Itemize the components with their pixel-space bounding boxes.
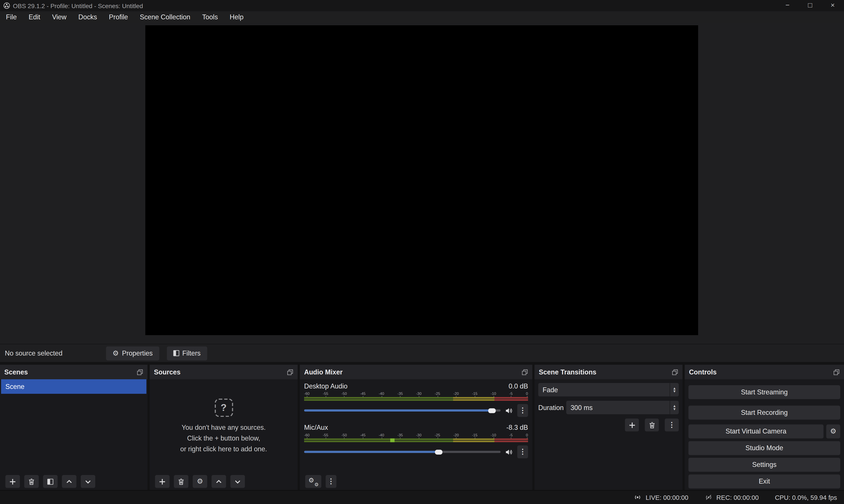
properties-label: Properties — [122, 349, 153, 357]
add-source-button[interactable] — [155, 475, 170, 488]
popout-icon[interactable] — [672, 369, 678, 375]
channel-name: Mic/Aux — [304, 424, 328, 431]
volume-slider-handle[interactable] — [435, 450, 442, 454]
tick-label: -50 — [341, 392, 347, 397]
broadcast-icon — [634, 493, 642, 501]
tick-label: -60 — [304, 433, 310, 438]
speaker-icon[interactable] — [505, 448, 513, 456]
cpu-fps-text: CPU: 0.0%, 59.94 fps — [775, 494, 837, 501]
menu-edit[interactable]: Edit — [23, 11, 46, 23]
menu-docks[interactable]: Docks — [72, 11, 103, 23]
scene-list-item[interactable]: Scene — [1, 379, 146, 394]
virtual-camera-settings-button[interactable]: ⚙ — [826, 425, 840, 438]
popout-icon[interactable] — [522, 369, 528, 375]
scene-down-button[interactable] — [81, 475, 95, 488]
sources-dock-header[interactable]: Sources — [150, 365, 298, 379]
scene-filters-button[interactable] — [43, 475, 57, 488]
transition-select[interactable]: Fade ▴ ▾ — [538, 383, 679, 396]
combo-spinner[interactable]: ▴ ▾ — [670, 383, 679, 396]
menu-help[interactable]: Help — [224, 11, 249, 23]
close-button[interactable]: × — [821, 0, 844, 11]
status-bar: LIVE: 00:00:00 REC: 00:00:00 CPU: 0.0%, … — [0, 490, 844, 504]
tick-label: 0 — [526, 392, 528, 397]
advanced-audio-button[interactable]: ⚙⚙ — [305, 475, 321, 488]
properties-button[interactable]: ⚙ Properties — [106, 346, 159, 360]
controls-dock-header[interactable]: Controls — [685, 365, 844, 379]
scene-up-button[interactable] — [62, 475, 76, 488]
rec-status: REC: 00:00:00 — [704, 493, 759, 501]
scenes-dock-header[interactable]: Scenes — [0, 365, 147, 379]
live-status: LIVE: 00:00:00 — [634, 493, 688, 501]
exit-button[interactable]: Exit — [688, 474, 840, 489]
channel-options-button[interactable]: ⋮ — [517, 404, 528, 417]
minimize-button[interactable]: − — [776, 0, 799, 11]
menu-profile[interactable]: Profile — [103, 11, 134, 23]
tick-label: -45 — [360, 392, 366, 397]
audio-mixer-title: Audio Mixer — [304, 368, 342, 376]
remove-source-button[interactable] — [174, 475, 188, 488]
volume-slider-handle[interactable] — [488, 408, 495, 413]
scenes-dock: Scenes Scene — [0, 365, 147, 490]
volume-slider[interactable] — [304, 450, 500, 454]
record-icon — [704, 493, 713, 501]
tick-label: -15 — [472, 433, 477, 438]
remove-scene-button[interactable] — [24, 475, 39, 488]
transition-options-button[interactable]: ⋮ — [665, 418, 679, 432]
audio-mixer-dock-header[interactable]: Audio Mixer — [300, 365, 532, 379]
audio-mixer-dock: Audio Mixer Desktop Audio 0.0 dB -60-55-… — [300, 365, 532, 490]
maximize-button[interactable]: □ — [799, 0, 821, 11]
start-recording-button[interactable]: Start Recording — [688, 406, 840, 420]
empty-sources-line: You don't have any sources. — [181, 424, 266, 432]
volume-meter — [304, 397, 528, 401]
obs-logo-icon — [3, 2, 10, 9]
studio-mode-button[interactable]: Studio Mode — [688, 441, 840, 455]
channel-name: Desktop Audio — [304, 382, 347, 390]
tick-label: -45 — [360, 433, 366, 438]
program-canvas[interactable] — [145, 25, 698, 335]
remove-transition-button[interactable] — [645, 418, 659, 432]
source-toolbar: No source selected ⚙ Properties Filters — [0, 344, 844, 362]
tick-label: -30 — [416, 433, 421, 438]
source-list[interactable]: ? You don't have any sources. Click the … — [150, 379, 298, 473]
rec-time: REC: 00:00:00 — [716, 494, 759, 501]
menu-file[interactable]: File — [0, 11, 23, 23]
source-properties-button[interactable]: ⚙ — [193, 475, 207, 488]
speaker-icon[interactable] — [505, 407, 513, 415]
transitions-dock-header[interactable]: Scene Transitions — [534, 365, 683, 379]
duration-spinbox[interactable]: 300 ms ▴ ▾ — [566, 401, 679, 414]
no-source-label: No source selected — [5, 349, 99, 357]
popout-icon[interactable] — [137, 369, 143, 375]
menu-tools[interactable]: Tools — [196, 11, 224, 23]
filters-button[interactable]: Filters — [166, 346, 207, 360]
kebab-icon: ⋮ — [519, 449, 526, 455]
transition-selected-value: Fade — [543, 386, 558, 394]
add-transition-button[interactable] — [625, 418, 639, 432]
scenes-toolbar — [0, 473, 147, 490]
empty-sources-line: or right click here to add one. — [180, 445, 267, 453]
volume-slider[interactable] — [304, 408, 500, 413]
settings-button[interactable]: Settings — [688, 458, 840, 472]
menu-scene-collection[interactable]: Scene Collection — [134, 11, 196, 23]
window-title: OBS 29.1.2 - Profile: Untitled - Scenes:… — [13, 2, 143, 9]
menu-view[interactable]: View — [46, 11, 72, 23]
channel-level: 0.0 dB — [509, 382, 528, 390]
duration-spinner[interactable]: ▴ ▾ — [670, 401, 679, 414]
tick-label: 0 — [526, 433, 528, 438]
channel-options-button[interactable]: ⋮ — [517, 445, 528, 458]
obs-window: OBS 29.1.2 - Profile: Untitled - Scenes:… — [0, 0, 844, 504]
controls-dock: Controls Start Streaming Start Recording… — [685, 365, 844, 490]
source-down-button[interactable] — [230, 475, 245, 488]
tick-label: -25 — [435, 433, 440, 438]
source-up-button[interactable] — [212, 475, 226, 488]
mixer-options-button[interactable]: ⋮ — [326, 475, 336, 488]
mixer-channels: Desktop Audio 0.0 dB -60-55-50-45-40-35-… — [300, 379, 532, 473]
tick-label: -10 — [491, 433, 496, 438]
popout-icon[interactable] — [287, 369, 293, 375]
start-streaming-button[interactable]: Start Streaming — [688, 385, 840, 399]
tick-label: -30 — [416, 392, 421, 397]
popout-icon[interactable] — [833, 369, 840, 375]
tick-label: -20 — [453, 392, 459, 397]
add-scene-button[interactable] — [5, 475, 20, 488]
start-virtual-camera-button[interactable]: Start Virtual Camera — [688, 425, 824, 438]
transitions-title: Scene Transitions — [539, 368, 596, 376]
